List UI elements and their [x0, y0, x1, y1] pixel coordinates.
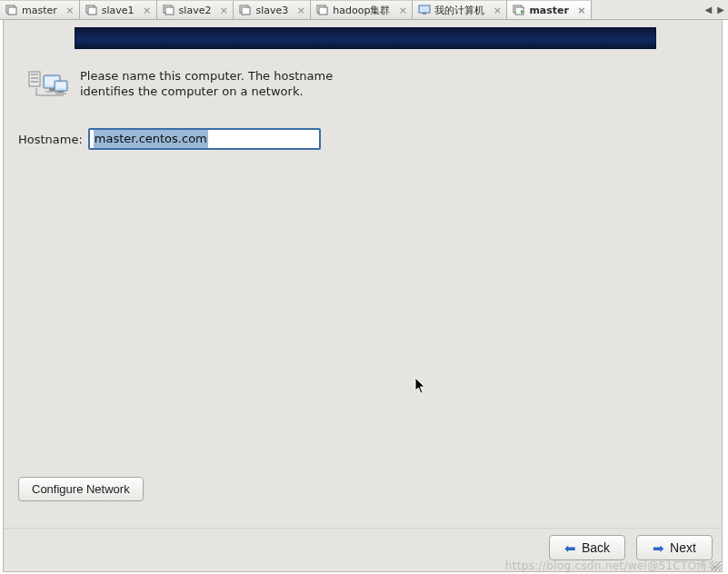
tab-scroll-left-icon[interactable]: ◀	[705, 5, 713, 15]
installer-page: Please name this computer. The hostname …	[3, 20, 723, 572]
close-icon[interactable]: ×	[576, 5, 587, 15]
back-label: Back	[582, 540, 610, 555]
tab-bar: master × slave1 × slave2 × slave3 × hado…	[0, 0, 728, 20]
window-icon	[316, 5, 329, 15]
svg-rect-24	[56, 83, 65, 88]
tab-my-computer[interactable]: 我的计算机 ×	[413, 0, 507, 19]
intro-text: Please name this computer. The hostname …	[80, 68, 344, 107]
svg-rect-10	[419, 5, 430, 13]
tab-label: slave2	[179, 5, 212, 16]
configure-network-label: Configure Network	[32, 482, 130, 496]
tab-master-1[interactable]: master ×	[0, 0, 80, 19]
svg-rect-17	[31, 77, 38, 79]
tab-label: master	[22, 5, 57, 16]
svg-rect-3	[88, 7, 96, 15]
hostname-input-value: master.centos.com	[94, 130, 208, 148]
tab-hadoop-cluster[interactable]: hadoop集群 ×	[311, 0, 413, 19]
svg-rect-25	[58, 91, 64, 93]
close-icon[interactable]: ×	[492, 5, 503, 15]
svg-rect-1	[8, 7, 16, 15]
window-icon	[85, 5, 98, 15]
next-label: Next	[670, 540, 696, 555]
tab-label: 我的计算机	[434, 4, 484, 17]
tab-master-2[interactable]: master ×	[507, 0, 592, 19]
next-button[interactable]: ➡ Next	[636, 535, 713, 560]
close-icon[interactable]: ×	[142, 5, 153, 15]
arrow-left-icon: ⬅	[564, 541, 576, 555]
hostname-label: Hostname:	[18, 133, 83, 146]
svg-line-32	[719, 569, 721, 570]
svg-rect-5	[165, 7, 174, 15]
svg-rect-7	[242, 7, 250, 15]
tab-slave3[interactable]: slave3 ×	[234, 0, 311, 19]
window-icon	[163, 5, 175, 15]
tab-label: slave1	[102, 5, 135, 16]
header-banner	[75, 27, 656, 49]
back-button[interactable]: ⬅ Back	[549, 535, 625, 560]
svg-rect-18	[31, 81, 38, 83]
svg-rect-16	[31, 74, 38, 75]
resize-grip-icon[interactable]	[709, 559, 722, 571]
nav-buttons: ⬅ Back ➡ Next	[549, 535, 713, 560]
arrow-right-icon: ➡	[653, 541, 664, 555]
window-play-icon	[513, 5, 525, 15]
close-icon[interactable]: ×	[65, 5, 75, 15]
tab-label: hadoop集群	[333, 4, 390, 17]
tab-label: slave3	[255, 5, 288, 16]
svg-rect-26	[55, 93, 66, 94]
mouse-cursor-icon	[414, 377, 427, 398]
configure-network-button[interactable]: Configure Network	[18, 477, 144, 501]
monitor-icon	[418, 5, 431, 15]
svg-rect-11	[423, 13, 426, 15]
intro-block: Please name this computer. The hostname …	[27, 68, 344, 107]
tab-slave1[interactable]: slave1 ×	[80, 0, 157, 19]
tab-scroll-right-icon[interactable]: ▶	[717, 5, 724, 15]
svg-rect-21	[49, 88, 55, 91]
close-icon[interactable]: ×	[397, 5, 408, 15]
tab-slave2[interactable]: slave2 ×	[157, 0, 234, 19]
window-icon	[5, 5, 18, 15]
hostname-input[interactable]: master.centos.com	[88, 128, 321, 150]
tab-scroll-controls: ◀ ▶	[702, 0, 728, 19]
footer-divider	[4, 528, 722, 529]
tab-label: master	[529, 5, 569, 16]
network-computer-icon	[27, 68, 69, 107]
svg-rect-9	[319, 7, 327, 15]
hostname-row: Hostname: master.centos.com	[18, 128, 321, 150]
close-icon[interactable]: ×	[295, 5, 306, 15]
window-icon	[239, 5, 252, 15]
close-icon[interactable]: ×	[218, 5, 229, 15]
